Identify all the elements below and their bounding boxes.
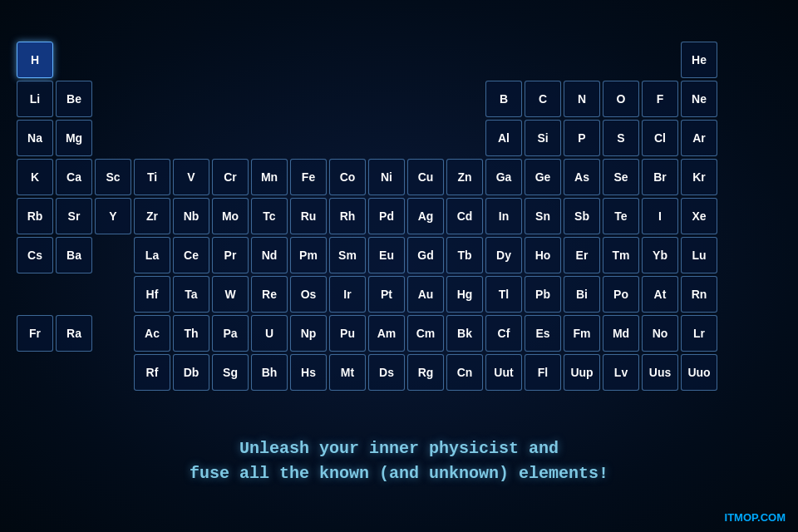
element-ag[interactable]: Ag [407,198,444,234]
element-b[interactable]: B [485,81,522,117]
element-fr[interactable]: Fr [17,315,53,352]
element-c[interactable]: C [525,81,561,117]
element-pr[interactable]: Pr [212,237,249,273]
element-xe[interactable]: Xe [681,198,717,234]
element-co[interactable]: Co [329,159,366,195]
element-rf[interactable]: Rf [134,354,170,391]
element-f[interactable]: F [642,81,678,117]
element-ge[interactable]: Ge [525,159,561,195]
element-ca[interactable]: Ca [56,159,92,195]
element-cm[interactable]: Cm [407,315,444,352]
element-tb[interactable]: Tb [446,237,483,273]
element-te[interactable]: Te [603,198,639,234]
element-pt[interactable]: Pt [368,276,405,313]
element-th[interactable]: Th [173,315,209,352]
element-cl[interactable]: Cl [642,120,678,156]
element-tc[interactable]: Tc [251,198,288,234]
element-yb[interactable]: Yb [642,237,678,273]
element-es[interactable]: Es [525,315,561,352]
element-cs[interactable]: Cs [17,237,53,273]
element-np[interactable]: Np [290,315,327,352]
element-re[interactable]: Re [251,276,288,313]
element-ra[interactable]: Ra [56,315,92,352]
element-uuo[interactable]: Uuo [681,354,717,391]
element-k[interactable]: K [17,159,53,195]
element-uut[interactable]: Uut [485,354,522,391]
element-ac[interactable]: Ac [134,315,170,352]
element-ni[interactable]: Ni [368,159,405,195]
element-cd[interactable]: Cd [446,198,483,234]
element-sb[interactable]: Sb [564,198,600,234]
element-hs[interactable]: Hs [290,354,327,391]
element-la[interactable]: La [134,237,170,273]
element-sm[interactable]: Sm [329,237,366,273]
element-in[interactable]: In [485,198,522,234]
element-as[interactable]: As [564,159,600,195]
element-n[interactable]: N [564,81,600,117]
element-md[interactable]: Md [603,315,639,352]
element-zn[interactable]: Zn [446,159,483,195]
element-be[interactable]: Be [56,81,92,117]
element-mo[interactable]: Mo [212,198,249,234]
element-na[interactable]: Na [17,120,53,156]
element-lr[interactable]: Lr [681,315,717,352]
element-u[interactable]: U [251,315,288,352]
element-pa[interactable]: Pa [212,315,249,352]
element-ne[interactable]: Ne [681,81,717,117]
element-sc[interactable]: Sc [95,159,131,195]
element-lv[interactable]: Lv [603,354,639,391]
element-fl[interactable]: Fl [525,354,561,391]
element-po[interactable]: Po [603,276,639,313]
element-mn[interactable]: Mn [251,159,288,195]
element-ar[interactable]: Ar [681,120,717,156]
element-zr[interactable]: Zr [134,198,170,234]
element-at[interactable]: At [642,276,678,313]
element-dy[interactable]: Dy [485,237,522,273]
element-bh[interactable]: Bh [251,354,288,391]
element-fm[interactable]: Fm [564,315,600,352]
element-er[interactable]: Er [564,237,600,273]
element-nb[interactable]: Nb [173,198,209,234]
element-tm[interactable]: Tm [603,237,639,273]
element-sg[interactable]: Sg [212,354,249,391]
element-os[interactable]: Os [290,276,327,313]
element-pb[interactable]: Pb [525,276,561,313]
element-sr[interactable]: Sr [56,198,92,234]
element-s[interactable]: S [603,120,639,156]
element-w[interactable]: W [212,276,249,313]
element-uus[interactable]: Uus [642,354,678,391]
element-au[interactable]: Au [407,276,444,313]
element-mt[interactable]: Mt [329,354,366,391]
element-bi[interactable]: Bi [564,276,600,313]
element-rn[interactable]: Rn [681,276,717,313]
element-mg[interactable]: Mg [56,120,92,156]
element-cf[interactable]: Cf [485,315,522,352]
element-pm[interactable]: Pm [290,237,327,273]
element-gd[interactable]: Gd [407,237,444,273]
element-h[interactable]: H [17,42,53,78]
element-no[interactable]: No [642,315,678,352]
element-eu[interactable]: Eu [368,237,405,273]
element-v[interactable]: V [173,159,209,195]
element-nd[interactable]: Nd [251,237,288,273]
element-he[interactable]: He [681,42,717,78]
element-pd[interactable]: Pd [368,198,405,234]
element-br[interactable]: Br [642,159,678,195]
element-i[interactable]: I [642,198,678,234]
element-ta[interactable]: Ta [173,276,209,313]
element-cn[interactable]: Cn [446,354,483,391]
element-o[interactable]: O [603,81,639,117]
element-li[interactable]: Li [17,81,53,117]
element-rg[interactable]: Rg [407,354,444,391]
element-tl[interactable]: Tl [485,276,522,313]
element-fe[interactable]: Fe [290,159,327,195]
element-ds[interactable]: Ds [368,354,405,391]
element-rb[interactable]: Rb [17,198,53,234]
element-p[interactable]: P [564,120,600,156]
element-pu[interactable]: Pu [329,315,366,352]
element-si[interactable]: Si [525,120,561,156]
element-ru[interactable]: Ru [290,198,327,234]
element-se[interactable]: Se [603,159,639,195]
element-al[interactable]: Al [485,120,522,156]
element-ba[interactable]: Ba [56,237,92,273]
